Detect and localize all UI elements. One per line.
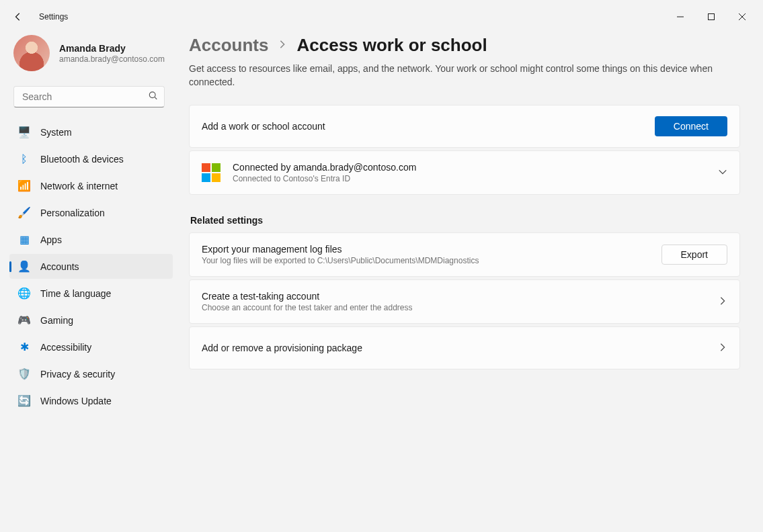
apps-icon: ▦ <box>17 233 31 247</box>
sidebar: Amanda Brady amanda.brady@contoso.com 🖥️… <box>3 31 179 529</box>
account-icon: 👤 <box>17 260 31 273</box>
profile-block[interactable]: Amanda Brady amanda.brady@contoso.com <box>3 31 173 81</box>
sidebar-item-time-language[interactable]: 🌐Time & language <box>9 281 173 306</box>
related-settings-heading: Related settings <box>190 215 740 226</box>
sidebar-item-label: Accessibility <box>40 342 91 353</box>
back-button[interactable] <box>5 4 31 30</box>
provisioning-title: Add or remove a provisioning package <box>202 343 718 353</box>
maximize-button[interactable] <box>696 6 727 28</box>
svg-line-3 <box>155 97 157 99</box>
chevron-right-icon <box>718 343 727 354</box>
sidebar-item-privacy-security[interactable]: 🛡️Privacy & security <box>9 361 173 386</box>
sidebar-item-label: Time & language <box>40 288 111 299</box>
breadcrumb-parent[interactable]: Accounts <box>189 35 268 56</box>
provisioning-card[interactable]: Add or remove a provisioning package <box>189 326 740 369</box>
nav-list: 🖥️SystemᛒBluetooth & devices📶Network & i… <box>3 116 173 415</box>
profile-name: Amanda Brady <box>59 43 165 54</box>
sidebar-item-label: System <box>40 127 72 138</box>
sidebar-item-label: Gaming <box>40 315 73 326</box>
chevron-right-icon <box>718 296 727 308</box>
search-box <box>13 86 165 107</box>
connected-account-card[interactable]: Connected by amanda.brady@contoso.com Co… <box>189 150 740 195</box>
test-account-subtitle: Choose an account for the test taker and… <box>202 303 718 312</box>
sidebar-item-network-internet[interactable]: 📶Network & internet <box>9 173 173 198</box>
gaming-icon: 🎮 <box>17 314 31 327</box>
export-logs-subtitle: Your log files will be exported to C:\Us… <box>202 256 661 265</box>
sidebar-item-accessibility[interactable]: ✱Accessibility <box>9 335 173 359</box>
close-button[interactable] <box>727 6 758 28</box>
test-account-title: Create a test-taking account <box>202 291 718 302</box>
sidebar-item-apps[interactable]: ▦Apps <box>9 227 173 252</box>
svg-point-2 <box>149 92 155 98</box>
sidebar-item-windows-update[interactable]: 🔄Windows Update <box>9 388 173 413</box>
sidebar-item-label: Network & internet <box>40 181 118 191</box>
search-icon <box>149 91 158 103</box>
export-logs-title: Export your management log files <box>202 244 661 255</box>
sidebar-item-gaming[interactable]: 🎮Gaming <box>9 308 173 332</box>
sidebar-item-label: Personalization <box>40 208 105 218</box>
search-input[interactable] <box>13 86 165 107</box>
brush-icon: 🖌️ <box>17 206 31 220</box>
export-button[interactable]: Export <box>661 245 727 265</box>
main-content: Accounts Access work or school Get acces… <box>179 31 760 529</box>
sidebar-item-system[interactable]: 🖥️System <box>9 120 173 144</box>
sidebar-item-label: Windows Update <box>40 396 112 406</box>
titlebar: Settings <box>3 3 760 31</box>
minimize-button[interactable] <box>665 6 696 28</box>
globe-icon: 🌐 <box>17 287 31 300</box>
avatar <box>13 35 50 71</box>
profile-email: amanda.brady@contoso.com <box>59 54 165 64</box>
connect-button[interactable]: Connect <box>655 116 727 136</box>
chevron-down-icon <box>718 167 727 179</box>
sidebar-item-accounts[interactable]: 👤Accounts <box>9 254 173 279</box>
breadcrumb: Accounts Access work or school <box>189 35 740 56</box>
add-account-label: Add a work or school account <box>202 121 655 132</box>
update-icon: 🔄 <box>17 394 31 408</box>
test-account-card[interactable]: Create a test-taking account Choose an a… <box>189 279 740 324</box>
chevron-right-icon <box>278 40 287 51</box>
sidebar-item-label: Privacy & security <box>40 369 115 380</box>
window-title: Settings <box>39 12 68 21</box>
sidebar-item-label: Accounts <box>40 261 79 272</box>
microsoft-logo-icon <box>202 163 220 182</box>
display-icon: 🖥️ <box>17 126 31 139</box>
export-logs-card: Export your management log files Your lo… <box>189 232 740 277</box>
sidebar-item-bluetooth-devices[interactable]: ᛒBluetooth & devices <box>9 146 173 171</box>
accessibility-icon: ✱ <box>17 341 31 354</box>
add-account-card: Add a work or school account Connect <box>189 105 740 148</box>
page-description: Get access to resources like email, apps… <box>189 62 727 89</box>
sidebar-item-label: Apps <box>40 234 62 245</box>
connected-title: Connected by amanda.brady@contoso.com <box>233 162 718 173</box>
sidebar-item-personalization[interactable]: 🖌️Personalization <box>9 200 173 225</box>
wifi-icon: 📶 <box>17 179 31 193</box>
svg-rect-1 <box>709 14 715 20</box>
connected-subtitle: Connected to Contoso's Entra ID <box>233 174 718 183</box>
shield-icon: 🛡️ <box>17 367 31 381</box>
bluetooth-icon: ᛒ <box>17 152 31 166</box>
sidebar-item-label: Bluetooth & devices <box>40 154 124 165</box>
page-title: Access work or school <box>296 35 487 56</box>
